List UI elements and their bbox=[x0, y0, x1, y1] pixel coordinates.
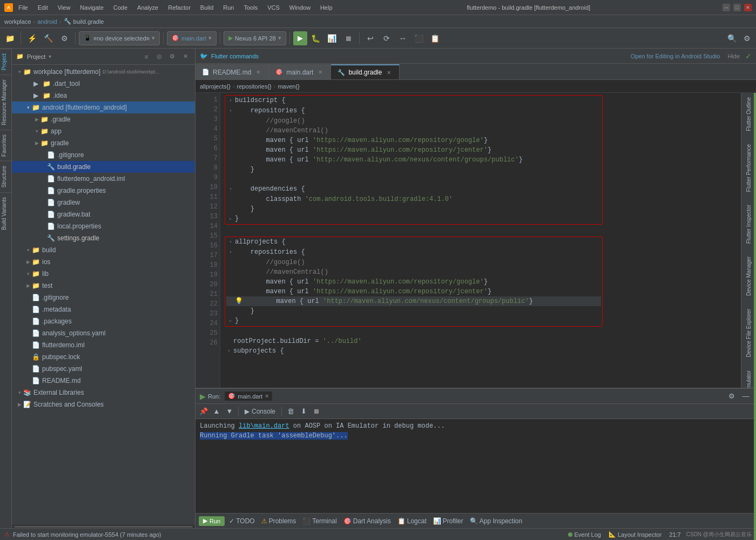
menu-vcs[interactable]: VCS bbox=[265, 3, 282, 12]
status-run-btn[interactable]: ▶ Run bbox=[199, 516, 225, 526]
tree-item-build[interactable]: ▾ 📁 build bbox=[12, 244, 195, 256]
tree-item-gitignore-android[interactable]: 📄 .gitignore bbox=[12, 149, 195, 161]
search-button[interactable]: 🔍 bbox=[725, 31, 739, 45]
tree-item-pubspec-yaml[interactable]: 📄 pubspec.yaml bbox=[12, 363, 195, 375]
tree-item-gradlew-bat[interactable]: 📄 gradlew.bat bbox=[12, 208, 195, 220]
menu-navigate[interactable]: Navigate bbox=[78, 3, 105, 12]
run-collapse-btn[interactable]: — bbox=[740, 390, 752, 402]
settings-button[interactable]: ⚙ bbox=[740, 31, 754, 45]
bc-maven[interactable]: maven{} bbox=[278, 83, 299, 90]
menu-refactor[interactable]: Refactor bbox=[166, 3, 193, 12]
emulator-panel[interactable]: Emulator bbox=[745, 366, 753, 388]
menu-window[interactable]: Window bbox=[287, 3, 313, 12]
bc-allprojects[interactable]: allprojects{} bbox=[200, 83, 231, 90]
menu-analyze[interactable]: Analyze bbox=[135, 3, 160, 12]
tree-item-packages[interactable]: 📄 .packages bbox=[12, 315, 195, 327]
tree-item-app[interactable]: ▾ 📁 app bbox=[12, 125, 195, 137]
tree-item-scratches[interactable]: ▶ 📝 Scratches and Consoles bbox=[12, 399, 195, 410]
tree-item-pubspec-lock[interactable]: 🔒 pubspec.lock bbox=[12, 351, 195, 363]
toolbar-btn8[interactable]: ⟳ bbox=[379, 31, 394, 46]
toolbar-btn10[interactable]: ⬛ bbox=[411, 31, 427, 46]
toolbar-settings-btn[interactable]: ⚙ bbox=[57, 31, 72, 46]
console-clear-btn[interactable]: 🗑 bbox=[285, 406, 296, 417]
code-area[interactable]: ▾ buildscript { ▾ repositories { bbox=[220, 93, 741, 388]
tree-item-metadata[interactable]: 📄 .metadata bbox=[12, 303, 195, 315]
resource-manager-tab[interactable]: Resource Manager bbox=[0, 75, 11, 130]
tree-item-test[interactable]: ▶ 📁 test bbox=[12, 280, 195, 292]
project-tab[interactable]: Project bbox=[0, 49, 11, 75]
console-scroll-end-btn[interactable]: ⬇ bbox=[298, 406, 309, 417]
tab-build-gradle[interactable]: 🔧 build.gradle ✕ bbox=[331, 64, 400, 79]
tree-item-settings-gradle[interactable]: 🔧 settings.gradle bbox=[12, 232, 195, 244]
run-tab-close[interactable]: ✕ bbox=[265, 393, 269, 399]
bc-repositories[interactable]: repositories{} bbox=[237, 83, 272, 90]
status-problems-btn[interactable]: ⚠ Problems bbox=[259, 516, 299, 526]
device-selector[interactable]: 📱 ≡no device selected≡ ▾ bbox=[79, 31, 160, 45]
toolbar-btn9[interactable]: ↔ bbox=[395, 31, 410, 46]
tab-readme[interactable]: 📄 README.md ✕ bbox=[195, 64, 269, 79]
tree-item-dart-tool[interactable]: ▶ 📁 .dart_tool bbox=[12, 78, 195, 90]
menu-view[interactable]: View bbox=[56, 3, 73, 12]
project-settings-btn[interactable]: ⚙ bbox=[167, 51, 178, 62]
locate-file-btn[interactable]: ◎ bbox=[154, 51, 165, 62]
tree-item-gradle-properties[interactable]: 📄 gradle.properties bbox=[12, 185, 195, 197]
maximize-button[interactable]: □ bbox=[733, 4, 741, 11]
tree-item-android[interactable]: ▾ 📁 android [flutterdemo_android] bbox=[12, 102, 195, 113]
tree-item-local-properties[interactable]: 📄 local.properties bbox=[12, 220, 195, 232]
toolbar-sync-btn[interactable]: ⚡ bbox=[24, 31, 39, 46]
status-app-inspection-btn[interactable]: 🔍 App Inspection bbox=[468, 516, 524, 526]
toolbar-btn11[interactable]: 📋 bbox=[428, 31, 443, 46]
tree-item-external-libs[interactable]: ▾ 📚 External Libraries bbox=[12, 387, 195, 399]
console-pin-btn[interactable]: 📌 bbox=[198, 406, 210, 417]
toolbar-btn7[interactable]: ↩ bbox=[363, 31, 378, 46]
tree-item-gradle[interactable]: ▶ 📁 .gradle bbox=[12, 113, 195, 125]
status-dart-analysis-btn[interactable]: 🎯 Dart Analysis bbox=[341, 516, 393, 526]
nexus-selector[interactable]: ▶ Nexus 6 API 28 ▾ bbox=[224, 31, 286, 45]
layout-inspector-btn[interactable]: 📐 Layout Inspector bbox=[606, 530, 664, 539]
breadcrumb-file[interactable]: 🔧build.gradle bbox=[64, 18, 104, 25]
tree-item-idea[interactable]: ▶ 📁 .idea bbox=[12, 90, 195, 102]
run-settings-btn[interactable]: ⚙ bbox=[726, 390, 738, 402]
lib-link[interactable]: lib\main.dart bbox=[239, 422, 289, 430]
profile-button[interactable]: 📊 bbox=[325, 31, 340, 46]
tree-item-gradlew[interactable]: 📄 gradlew bbox=[12, 197, 195, 208]
tree-item-ios[interactable]: ▶ 📁 ios bbox=[12, 256, 195, 268]
debug-button[interactable]: 🐛 bbox=[308, 31, 323, 46]
tree-item-gradle-folder[interactable]: ▶ 📁 gradle bbox=[12, 137, 195, 149]
stop-button[interactable]: ⏹ bbox=[341, 31, 356, 46]
tree-item-analysis-options[interactable]: 📄 analysis_options.yaml bbox=[12, 327, 195, 339]
menu-file[interactable]: File bbox=[16, 3, 30, 12]
menu-run[interactable]: Run bbox=[221, 3, 236, 12]
tree-item-flutterdemo-iml[interactable]: 📄 flutterdemo.iml bbox=[12, 339, 195, 351]
structure-tab[interactable]: Structure bbox=[0, 161, 11, 192]
open-in-android-studio-btn[interactable]: Open for Editing in Android Studio bbox=[631, 53, 720, 59]
tree-item-gitignore-root[interactable]: 📄 .gitignore bbox=[12, 292, 195, 303]
tab-main-dart[interactable]: 🎯 main.dart ✕ bbox=[269, 64, 331, 79]
favorites-tab[interactable]: Favorites bbox=[0, 130, 11, 161]
tree-item-iml[interactable]: 📄 flutterdemo_android.iml bbox=[12, 173, 195, 185]
run-main-dart-tab[interactable]: 🎯 main.dart ✕ bbox=[225, 392, 272, 401]
menu-code[interactable]: Code bbox=[111, 3, 130, 12]
status-profiler-btn[interactable]: 📊 Profiler bbox=[431, 516, 465, 526]
console-tab[interactable]: ▶ Console bbox=[241, 408, 279, 415]
dart-selector[interactable]: 🎯 main.dart ▾ bbox=[167, 31, 217, 45]
build-gradle-tab-close[interactable]: ✕ bbox=[385, 69, 393, 76]
status-todo-btn[interactable]: ✓ TODO bbox=[227, 516, 256, 526]
tree-item-build-gradle[interactable]: 🔧 build.gradle bbox=[12, 161, 195, 173]
flutter-outline-panel[interactable]: Flutter Outline bbox=[745, 93, 753, 136]
tree-item-readme[interactable]: 📄 README.md bbox=[12, 375, 195, 387]
main-dart-tab-close[interactable]: ✕ bbox=[316, 69, 324, 76]
event-log-btn[interactable]: Event Log bbox=[566, 530, 603, 539]
flutter-performance-panel[interactable]: Flutter Performance bbox=[745, 140, 753, 196]
build-variants-tab[interactable]: Build Variants bbox=[0, 192, 11, 234]
device-file-explorer-panel[interactable]: Device File Explorer bbox=[745, 305, 753, 361]
flutter-inspector-panel[interactable]: Flutter Inspector bbox=[745, 200, 753, 248]
device-manager-panel[interactable]: Device Manager bbox=[745, 252, 753, 300]
console-up-btn[interactable]: ▲ bbox=[211, 406, 222, 417]
run-button[interactable]: ▶ bbox=[293, 31, 307, 45]
menu-build[interactable]: Build bbox=[198, 3, 215, 12]
tree-item-lib[interactable]: ▾ 📁 lib bbox=[12, 268, 195, 280]
status-terminal-btn[interactable]: ⬛ Terminal bbox=[300, 516, 339, 526]
toolbar-build-btn[interactable]: 🔨 bbox=[40, 31, 56, 46]
console-stop-btn[interactable]: ⏹ bbox=[310, 406, 322, 417]
